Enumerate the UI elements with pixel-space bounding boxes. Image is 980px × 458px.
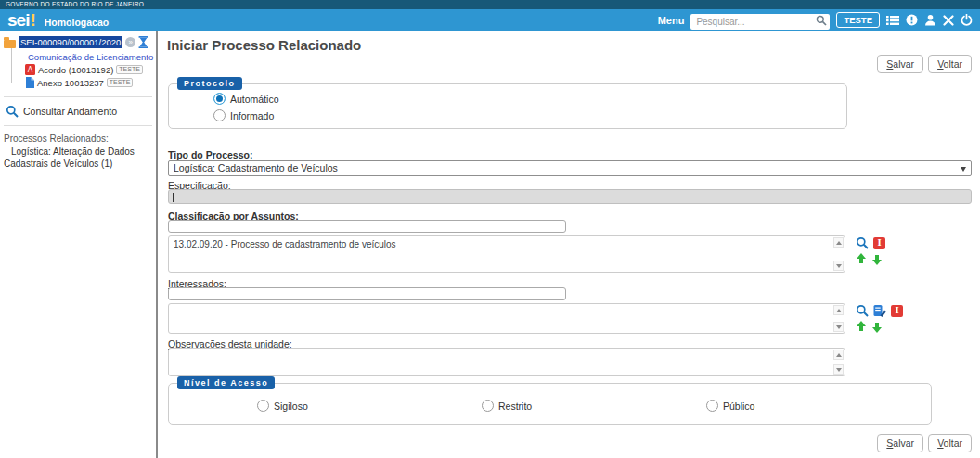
- consult-progress-link[interactable]: Consultar Andamento: [4, 105, 156, 118]
- government-bar: GOVERNO DO ESTADO DO RIO DE JANEIRO: [0, 0, 980, 9]
- protocolo-fieldset: Protocolo Automático Informado: [168, 83, 847, 129]
- sei-logo-text: sei: [7, 10, 29, 30]
- control-panel-icon[interactable]: [886, 15, 899, 26]
- radio-automatico-label: Automático: [230, 94, 279, 105]
- save-button[interactable]: Salvar: [877, 55, 923, 73]
- interessados-listbox[interactable]: [168, 303, 845, 334]
- document-label[interactable]: Acordo (10013192): [38, 65, 113, 75]
- environment-label: Homologacao: [45, 17, 109, 28]
- magnifier-icon: [6, 105, 19, 118]
- scroll-down-icon[interactable]: [833, 364, 844, 375]
- text-cursor: [173, 193, 174, 202]
- radio-informado[interactable]: [213, 109, 226, 121]
- document-badge: TESTE: [116, 65, 143, 74]
- menu-button[interactable]: Menu: [658, 15, 685, 26]
- sei-logo[interactable]: sei!: [7, 11, 35, 30]
- tools-icon[interactable]: [943, 15, 954, 26]
- process-root-node[interactable]: SEI-000090/000001/2020 »: [4, 36, 156, 48]
- scroll-down-icon[interactable]: [833, 322, 844, 332]
- document-badge: TESTE: [107, 78, 134, 87]
- classificacao-listbox[interactable]: 13.02.09.20 - Processo de cadastramento …: [168, 235, 845, 273]
- interessados-actions: I: [856, 304, 911, 337]
- user-profile-icon[interactable]: [924, 14, 936, 26]
- back-button-label: Voltar: [937, 438, 962, 449]
- related-processes-title: Processos Relacionados:: [4, 134, 156, 144]
- edit-interessado-icon[interactable]: [873, 304, 886, 317]
- radio-restrito[interactable]: [482, 400, 494, 412]
- classificacao-actions: I: [856, 236, 911, 269]
- hourglass-icon: [138, 36, 148, 48]
- tipo-processo-label: Tipo do Processo:: [168, 149, 252, 160]
- svg-text:A: A: [28, 66, 33, 74]
- radio-informado-label: Informado: [230, 110, 274, 121]
- classificacao-input[interactable]: [168, 220, 566, 233]
- scroll-up-icon[interactable]: [833, 237, 844, 248]
- back-button[interactable]: Voltar: [928, 434, 972, 452]
- radio-publico-label: Público: [723, 401, 754, 412]
- scroll-down-icon[interactable]: [833, 261, 844, 271]
- radio-automatico[interactable]: [213, 93, 226, 105]
- sidebar-divider: [4, 96, 152, 97]
- user-button[interactable]: TESTE: [836, 12, 880, 28]
- nivel-acesso-legend: Nível de Acesso: [177, 376, 275, 389]
- radio-sigiloso-label: Sigiloso: [274, 401, 308, 412]
- sidebar-divider: [4, 125, 152, 126]
- remove-interessado-icon[interactable]: I: [891, 305, 903, 317]
- power-icon[interactable]: [961, 14, 973, 26]
- protocolo-legend: Protocolo: [177, 77, 242, 90]
- observacoes-textarea[interactable]: [168, 348, 845, 376]
- document-list: Comunicação de Licenciamento Sanit A Aco…: [11, 50, 156, 89]
- top-action-bar: Salvar Voltar: [877, 55, 972, 73]
- process-number[interactable]: SEI-000090/000001/2020: [19, 36, 122, 48]
- tipo-processo-select[interactable]: Logística: Cadastramento de Veículos: [168, 160, 972, 176]
- folder-icon: [4, 40, 16, 48]
- app-header: sei! Homologacao Menu TESTE: [0, 9, 980, 31]
- process-tree-sidebar: SEI-000090/000001/2020 » Comunicação de …: [0, 31, 156, 458]
- page-title: Iniciar Processo Relacionado: [167, 37, 361, 53]
- government-label: GOVERNO DO ESTADO DO RIO DE JANEIRO: [6, 1, 144, 7]
- nivel-acesso-fieldset: Nível de Acesso Sigiloso Restrito Públic…: [168, 383, 932, 425]
- tipo-processo-value: Logística: Cadastramento de Veículos: [174, 162, 338, 173]
- search-interessado-icon[interactable]: [856, 304, 869, 317]
- sei-logo-accent: !: [30, 10, 34, 30]
- bottom-action-bar: Salvar Voltar: [877, 434, 972, 452]
- document-label[interactable]: Anexo 10013237: [37, 78, 104, 88]
- save-button[interactable]: Salvar: [877, 434, 923, 452]
- interessados-input[interactable]: [168, 287, 566, 300]
- back-button-label: Voltar: [937, 58, 962, 70]
- document-item[interactable]: Comunicação de Licenciamento Sanit: [11, 50, 156, 63]
- radio-publico[interactable]: [706, 400, 718, 412]
- especificacao-input: [168, 189, 972, 204]
- document-icon: [25, 77, 34, 88]
- document-item[interactable]: Anexo 10013237 TESTE: [11, 76, 156, 89]
- move-up-icon[interactable]: [856, 253, 867, 265]
- scroll-up-icon[interactable]: [833, 350, 844, 360]
- search-assunto-icon[interactable]: [856, 236, 869, 249]
- related-process-link[interactable]: Logística: Alteração de Dados Cadastrais…: [4, 146, 156, 170]
- search-icon[interactable]: [816, 15, 827, 26]
- search-box: [690, 12, 830, 28]
- radio-sigiloso[interactable]: [257, 400, 269, 412]
- document-label[interactable]: Comunicação de Licenciamento Sanit: [28, 52, 156, 62]
- main-content: Iniciar Processo Relacionado Salvar Volt…: [158, 31, 980, 458]
- alert-icon[interactable]: [906, 14, 918, 26]
- search-input[interactable]: [690, 14, 830, 30]
- move-down-icon[interactable]: [871, 253, 883, 265]
- radio-restrito-label: Restrito: [498, 401, 532, 412]
- save-button-label: Salvar: [886, 58, 914, 70]
- remove-assunto-icon[interactable]: I: [873, 237, 885, 249]
- document-item[interactable]: A Acordo (10013192) TESTE: [11, 63, 156, 76]
- move-down-icon[interactable]: [871, 321, 883, 333]
- classificacao-item[interactable]: 13.02.09.20 - Processo de cadastramento …: [169, 236, 845, 252]
- move-up-icon[interactable]: [856, 321, 867, 333]
- pdf-icon: A: [25, 64, 35, 75]
- scroll-up-icon[interactable]: [833, 305, 844, 315]
- save-button-label: Salvar: [886, 438, 914, 449]
- consult-progress-label[interactable]: Consultar Andamento: [23, 106, 117, 117]
- chevron-down-icon: [961, 167, 966, 172]
- expand-actions-icon[interactable]: »: [125, 37, 135, 47]
- back-button[interactable]: Voltar: [928, 55, 972, 73]
